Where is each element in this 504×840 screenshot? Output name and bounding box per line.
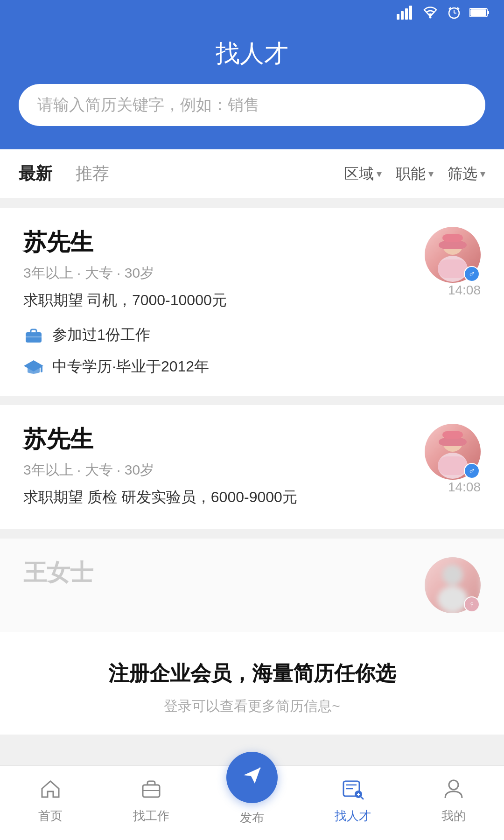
search-input[interactable]: 请输入简历关键字，例如：销售 — [37, 94, 259, 116]
search-people-icon — [342, 777, 364, 803]
cards-list: 苏先生 3年以上 · 大专 · 30岁 求职期望 司机，7000-10000元 — [0, 199, 504, 641]
briefcase-nav-icon — [140, 777, 162, 803]
svg-rect-2 — [405, 8, 408, 20]
filter-region[interactable]: 区域 ▾ — [344, 164, 382, 184]
svg-point-4 — [429, 16, 432, 18]
svg-rect-12 — [487, 11, 489, 14]
briefcase-icon — [23, 325, 44, 345]
resume-card-3: 王女士 ♀ — [0, 539, 504, 632]
send-icon — [240, 763, 264, 792]
search-bar[interactable]: 请输入简历关键字，例如：销售 — [19, 84, 485, 126]
bottom-nav: 首页 找工作 发布 — [0, 765, 504, 840]
svg-rect-15 — [442, 234, 463, 242]
tab-recommended[interactable]: 推荐 — [66, 162, 123, 185]
svg-rect-23 — [41, 366, 42, 372]
gender-badge-3: ♀ — [464, 596, 480, 612]
card-education-1: 中专学历·毕业于2012年 — [23, 357, 481, 377]
nav-find-talent-label: 找人才 — [335, 808, 371, 824]
nav-home-label: 首页 — [38, 808, 63, 824]
filter-screen[interactable]: 筛选 ▾ — [448, 164, 485, 184]
avatar-3: ♀ — [425, 557, 481, 613]
candidate-name-2: 苏先生 — [23, 424, 297, 455]
svg-rect-3 — [409, 6, 412, 20]
card-time-2: 14:08 — [448, 480, 481, 495]
gender-badge-2: ♂ — [464, 463, 480, 479]
candidate-job-2: 求职期望 质检 研发实验员，6000-9000元 — [23, 487, 297, 508]
svg-rect-11 — [470, 9, 486, 16]
alarm-icon — [447, 6, 461, 23]
svg-rect-0 — [397, 14, 399, 20]
candidate-name-1: 苏先生 — [23, 227, 227, 258]
overlay-subtitle: 登录可以查看更多简历信息~ — [19, 697, 485, 716]
svg-point-41 — [449, 780, 458, 790]
chevron-down-icon: ▾ — [377, 168, 382, 180]
avatar-2: ♂ — [425, 424, 481, 480]
publish-button[interactable] — [226, 752, 278, 803]
wifi-icon — [422, 6, 439, 22]
nav-profile-label: 我的 — [441, 808, 466, 824]
chevron-down-icon: ▾ — [480, 168, 485, 180]
svg-line-38 — [361, 797, 363, 799]
login-overlay: 注册企业会员，海量简历任你选 登录可以查看更多简历信息~ — [0, 632, 504, 735]
education-text-1: 中专学历·毕业于2012年 — [52, 357, 209, 377]
nav-find-talent[interactable]: 找人才 — [302, 777, 403, 829]
candidate-subtitle-1: 3年以上 · 大专 · 30岁 — [23, 264, 227, 283]
gender-badge-1: ♂ — [464, 266, 480, 282]
page-title: 找人才 — [19, 37, 485, 70]
nav-find-job-label: 找工作 — [133, 808, 169, 824]
resume-card-1[interactable]: 苏先生 3年以上 · 大专 · 30岁 求职期望 司机，7000-10000元 — [0, 208, 504, 396]
overlay-title: 注册企业会员，海量简历任你选 — [19, 660, 485, 687]
nav-profile[interactable]: 我的 — [403, 777, 504, 829]
svg-rect-26 — [442, 431, 463, 439]
svg-rect-17 — [438, 259, 468, 278]
nav-publish-label: 发布 — [240, 810, 264, 826]
home-icon — [39, 777, 62, 803]
svg-point-29 — [442, 565, 463, 585]
work-exp-text-1: 参加过1份工作 — [52, 325, 150, 345]
filter-function[interactable]: 职能 ▾ — [396, 164, 434, 184]
candidate-name-3: 王女士 — [23, 557, 93, 588]
svg-point-30 — [438, 586, 468, 612]
svg-rect-1 — [401, 11, 404, 20]
card-work-exp-1: 参加过1份工作 — [23, 325, 481, 345]
avatar-1: ♂ — [425, 227, 481, 283]
chevron-down-icon: ▾ — [428, 168, 434, 180]
candidate-subtitle-2: 3年以上 · 大专 · 30岁 — [23, 461, 297, 480]
signal-icon — [397, 6, 413, 23]
resume-card-2[interactable]: 苏先生 3年以上 · 大专 · 30岁 求职期望 质检 研发实验员，6000-9… — [0, 405, 504, 529]
svg-rect-20 — [31, 329, 36, 333]
tab-latest[interactable]: 最新 — [19, 162, 66, 185]
filter-bar: 最新 推荐 区域 ▾ 职能 ▾ 筛选 ▾ — [0, 149, 504, 199]
candidate-job-1: 求职期望 司机，7000-10000元 — [23, 290, 227, 311]
header: 找人才 请输入简历关键字，例如：销售 — [0, 28, 504, 149]
svg-rect-28 — [438, 456, 468, 475]
svg-rect-25 — [439, 438, 467, 446]
battery-icon — [469, 7, 490, 21]
svg-rect-14 — [439, 241, 467, 249]
nav-home[interactable]: 首页 — [0, 777, 101, 829]
nav-find-job[interactable]: 找工作 — [101, 777, 202, 829]
person-icon — [442, 777, 465, 803]
card-time-1: 14:08 — [448, 283, 481, 298]
nav-publish[interactable]: 发布 — [202, 775, 302, 831]
graduation-icon — [23, 357, 44, 377]
status-bar — [0, 0, 504, 28]
